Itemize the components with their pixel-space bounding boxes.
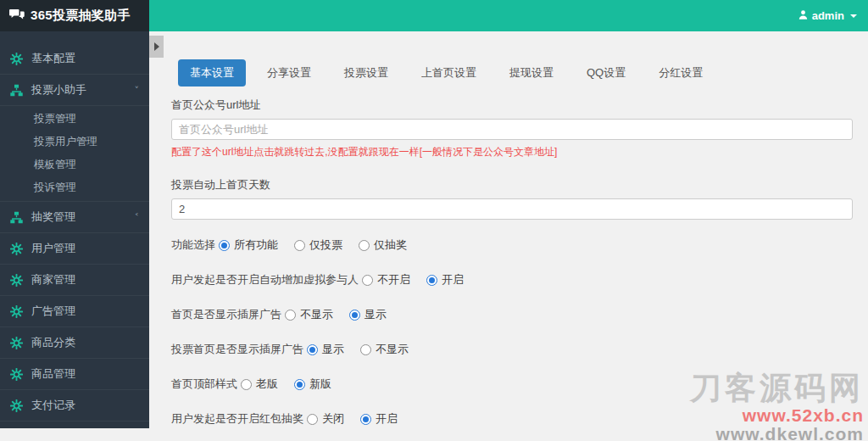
comments-icon: [9, 8, 25, 25]
radio-option-label: 仅投票: [309, 237, 342, 253]
radio-option-0-2[interactable]: 仅抽奖: [359, 237, 407, 253]
gear-icon: [10, 368, 23, 381]
radio-row-label: 投票首页是否显示插屏广告: [171, 342, 303, 357]
radio-option-label: 关闭: [322, 411, 344, 427]
app-title: 365投票抽奖助手: [31, 8, 131, 24]
radio-unselected-icon: [359, 240, 370, 251]
radio-unselected-icon: [307, 414, 318, 425]
radio-option-label: 显示: [322, 342, 344, 357]
gear-icon: [10, 53, 23, 65]
radio-selected-icon: [360, 414, 371, 425]
gear-icon: [10, 243, 23, 255]
sitemap-icon: [10, 84, 23, 97]
radio-option-5-1[interactable]: 开启: [360, 411, 398, 427]
tab-1[interactable]: 分享设置: [255, 59, 323, 87]
sidebar-subitem-1-3[interactable]: 投诉管理: [0, 176, 149, 199]
sidebar-item-0[interactable]: 基本配置: [0, 43, 149, 75]
radio-unselected-icon: [285, 310, 296, 321]
form-group-url: 首页公众号url地址 配置了这个url地址点击就跳转过去,没配置就跟现在一样[一…: [171, 98, 853, 159]
radio-unselected-icon: [241, 379, 252, 390]
days-input[interactable]: [171, 198, 853, 220]
main-content: 基本设置分享设置投票设置上首页设置提现设置QQ设置分红设置 首页公众号url地址…: [164, 31, 868, 441]
url-input[interactable]: [171, 119, 853, 140]
user-icon: [798, 9, 809, 23]
radio-row-0: 功能选择所有功能仅投票仅抽奖: [171, 237, 853, 253]
sidebar-item-2[interactable]: 抽奖管理˂: [0, 202, 149, 233]
sidebar-subitem-1-2[interactable]: 模板管理: [0, 154, 149, 176]
radio-row-label: 首页顶部样式: [171, 377, 237, 392]
radio-option-2-0[interactable]: 不显示: [285, 307, 333, 322]
chevron-left-icon: ˂: [135, 212, 140, 223]
sidebar-item-4[interactable]: 商家管理: [0, 265, 149, 296]
sidebar-item-label: 抽奖管理: [31, 209, 75, 225]
sidebar-subitem-1-1[interactable]: 投票用户管理: [0, 131, 149, 154]
sidebar-item-label: 投票小助手: [31, 82, 86, 98]
radio-row-label: 首页是否显示插屏广告: [171, 307, 281, 322]
radio-row-label: 用户发起是否开启红包抽奖: [171, 411, 303, 427]
sidebar-item-7[interactable]: 商品管理: [0, 359, 149, 390]
arrow-right-icon: [154, 42, 159, 51]
radio-option-0-0[interactable]: 所有功能: [219, 237, 278, 253]
gear-icon: [10, 305, 23, 318]
radio-row-3: 投票首页是否显示插屏广告显示不显示: [171, 342, 853, 357]
days-field-label: 投票自动上首页天数: [171, 177, 853, 193]
tab-0[interactable]: 基本设置: [178, 59, 246, 87]
radio-selected-icon: [219, 240, 230, 251]
sidebar-collapse-toggle[interactable]: [149, 36, 164, 58]
radio-selected-icon: [349, 310, 360, 321]
radio-option-1-1[interactable]: 开启: [426, 272, 464, 287]
radio-selected-icon: [294, 379, 305, 390]
radio-option-label: 新版: [309, 377, 331, 392]
radio-unselected-icon: [362, 275, 373, 286]
chevron-down-icon: ˅: [135, 85, 140, 96]
radio-option-label: 开启: [442, 272, 464, 287]
radio-row-label: 功能选择: [171, 237, 215, 253]
gear-icon: [10, 274, 23, 287]
settings-tabs: 基本设置分享设置投票设置上首页设置提现设置QQ设置分红设置: [178, 59, 853, 87]
radio-option-2-1[interactable]: 显示: [349, 307, 387, 322]
gear-icon: [10, 399, 23, 412]
topbar: admin: [149, 0, 868, 31]
radio-option-label: 不开启: [377, 272, 410, 287]
radio-unselected-icon: [360, 344, 371, 355]
url-field-label: 首页公众号url地址: [171, 98, 853, 113]
radio-row-1: 用户发起是否开启自动增加虚拟参与人不开启开启: [171, 272, 853, 287]
tab-2[interactable]: 投票设置: [332, 59, 400, 87]
radio-row-5: 用户发起是否开启红包抽奖关闭开启: [171, 411, 853, 427]
sidebar-item-label: 用户管理: [31, 241, 75, 256]
sidebar-item-1[interactable]: 投票小助手˅: [0, 75, 149, 106]
form-group-days: 投票自动上首页天数: [171, 177, 853, 220]
radio-selected-icon: [426, 275, 437, 286]
sidebar-item-6[interactable]: 商品分类: [0, 327, 149, 359]
radio-option-0-1[interactable]: 仅投票: [294, 237, 342, 253]
sidebar-submenu-1: 投票管理投票用户管理模板管理投诉管理: [0, 106, 149, 202]
radio-row-4: 首页顶部样式老版新版: [171, 377, 853, 392]
tab-3[interactable]: 上首页设置: [409, 59, 488, 87]
radio-option-3-1[interactable]: 不显示: [360, 342, 409, 357]
radio-option-4-0[interactable]: 老版: [241, 377, 278, 392]
sidebar-item-label: 商品分类: [31, 335, 75, 350]
sidebar-item-label: 商家管理: [31, 272, 75, 287]
radio-option-label: 不显示: [376, 342, 409, 357]
radio-option-1-0[interactable]: 不开启: [362, 272, 410, 287]
sidebar-menu: 基本配置投票小助手˅投票管理投票用户管理模板管理投诉管理抽奖管理˂用户管理商家管…: [0, 31, 149, 421]
sidebar-item-8[interactable]: 支付记录: [0, 390, 149, 421]
tab-5[interactable]: QQ设置: [575, 59, 637, 87]
sidebar-subitem-1-0[interactable]: 投票管理: [0, 108, 149, 131]
radio-option-label: 显示: [364, 307, 387, 322]
user-menu[interactable]: admin: [798, 0, 857, 31]
radio-option-3-0[interactable]: 显示: [307, 342, 344, 357]
sitemap-icon: [10, 211, 23, 224]
radio-unselected-icon: [294, 240, 305, 251]
sidebar-item-label: 基本配置: [31, 51, 75, 66]
tab-6[interactable]: 分红设置: [647, 59, 715, 87]
sidebar-item-3[interactable]: 用户管理: [0, 233, 149, 265]
radio-option-5-0[interactable]: 关闭: [307, 411, 344, 427]
tab-4[interactable]: 提现设置: [498, 59, 565, 87]
brand[interactable]: 365投票抽奖助手: [0, 0, 149, 31]
sidebar: 365投票抽奖助手 基本配置投票小助手˅投票管理投票用户管理模板管理投诉管理抽奖…: [0, 0, 149, 428]
sidebar-item-label: 广告管理: [31, 304, 75, 319]
radio-option-4-1[interactable]: 新版: [294, 377, 331, 392]
radio-option-label: 所有功能: [234, 237, 278, 253]
sidebar-item-5[interactable]: 广告管理: [0, 296, 149, 327]
